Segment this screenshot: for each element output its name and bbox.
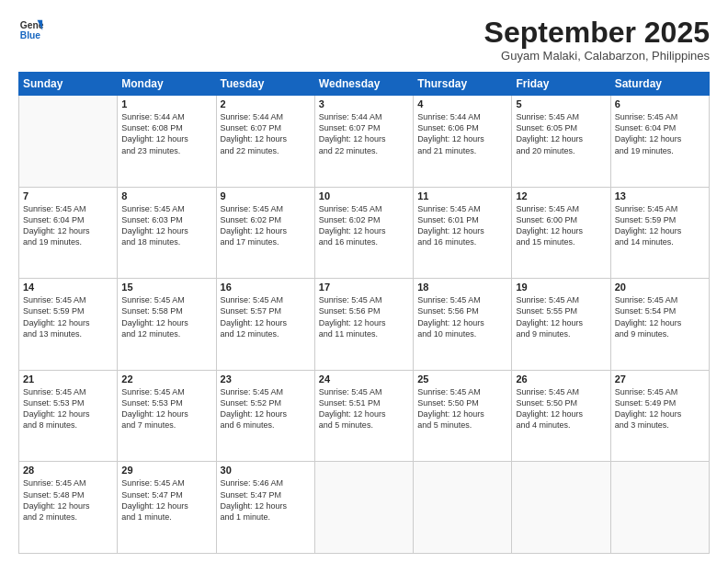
- day-number: 28: [23, 465, 113, 476]
- table-row: [610, 462, 709, 554]
- col-thursday: Thursday: [414, 73, 512, 96]
- table-row: 16Sunrise: 5:45 AM Sunset: 5:57 PM Dayli…: [216, 279, 314, 371]
- day-info: Sunrise: 5:45 AM Sunset: 5:48 PM Dayligh…: [23, 477, 113, 523]
- table-row: 11Sunrise: 5:45 AM Sunset: 6:01 PM Dayli…: [414, 187, 512, 279]
- table-row: [414, 462, 512, 554]
- day-info: Sunrise: 5:45 AM Sunset: 5:56 PM Dayligh…: [417, 294, 507, 339]
- day-info: Sunrise: 5:45 AM Sunset: 5:59 PM Dayligh…: [23, 294, 113, 339]
- table-row: 26Sunrise: 5:45 AM Sunset: 5:50 PM Dayli…: [512, 370, 610, 462]
- day-number: 2: [221, 98, 311, 109]
- col-monday: Monday: [118, 73, 216, 96]
- day-info: Sunrise: 5:45 AM Sunset: 6:02 PM Dayligh…: [221, 203, 311, 248]
- table-row: 27Sunrise: 5:45 AM Sunset: 5:49 PM Dayli…: [610, 370, 709, 462]
- table-row: 5Sunrise: 5:45 AM Sunset: 6:05 PM Daylig…: [512, 96, 610, 188]
- day-number: 22: [121, 373, 211, 385]
- day-info: Sunrise: 5:45 AM Sunset: 5:52 PM Dayligh…: [221, 386, 311, 431]
- table-row: 29Sunrise: 5:45 AM Sunset: 5:47 PM Dayli…: [118, 462, 216, 554]
- day-info: Sunrise: 5:45 AM Sunset: 5:55 PM Dayligh…: [516, 294, 606, 339]
- day-info: Sunrise: 5:45 AM Sunset: 6:00 PM Dayligh…: [516, 203, 606, 248]
- day-number: 9: [221, 190, 311, 201]
- title-block: September 2025 Guyam Malaki, Calabarzon,…: [484, 17, 710, 63]
- day-info: Sunrise: 5:44 AM Sunset: 6:08 PM Dayligh…: [121, 111, 211, 156]
- day-info: Sunrise: 5:45 AM Sunset: 5:50 PM Dayligh…: [516, 386, 606, 431]
- table-row: 3Sunrise: 5:44 AM Sunset: 6:07 PM Daylig…: [314, 96, 413, 188]
- day-number: 17: [319, 282, 409, 293]
- day-info: Sunrise: 5:45 AM Sunset: 5:54 PM Dayligh…: [615, 294, 705, 339]
- col-sunday: Sunday: [19, 73, 118, 96]
- day-number: 10: [319, 190, 409, 201]
- day-number: 18: [417, 282, 507, 293]
- day-info: Sunrise: 5:45 AM Sunset: 5:58 PM Dayligh…: [121, 294, 211, 339]
- day-info: Sunrise: 5:44 AM Sunset: 6:07 PM Dayligh…: [221, 111, 311, 156]
- day-number: 15: [121, 282, 211, 293]
- calendar-header-row: Sunday Monday Tuesday Wednesday Thursday…: [19, 73, 710, 96]
- day-number: 25: [417, 373, 507, 385]
- day-number: 13: [615, 190, 705, 201]
- day-info: Sunrise: 5:45 AM Sunset: 6:05 PM Dayligh…: [516, 111, 606, 156]
- day-info: Sunrise: 5:44 AM Sunset: 6:07 PM Dayligh…: [319, 111, 409, 156]
- day-number: 30: [221, 465, 311, 476]
- day-number: 26: [516, 373, 606, 385]
- day-number: 27: [615, 373, 705, 385]
- logo: General Blue: [18, 17, 44, 42]
- table-row: 10Sunrise: 5:45 AM Sunset: 6:02 PM Dayli…: [314, 187, 413, 279]
- day-info: Sunrise: 5:44 AM Sunset: 6:06 PM Dayligh…: [417, 111, 507, 156]
- table-row: 23Sunrise: 5:45 AM Sunset: 5:52 PM Dayli…: [216, 370, 314, 462]
- day-number: 24: [319, 373, 409, 385]
- table-row: 13Sunrise: 5:45 AM Sunset: 5:59 PM Dayli…: [610, 187, 709, 279]
- day-number: 29: [121, 465, 211, 476]
- day-number: 7: [23, 190, 113, 201]
- page: General Blue September 2025 Guyam Malaki…: [0, 0, 728, 563]
- header: General Blue September 2025 Guyam Malaki…: [18, 17, 710, 63]
- day-info: Sunrise: 5:45 AM Sunset: 5:59 PM Dayligh…: [615, 203, 705, 248]
- day-number: 14: [23, 282, 113, 293]
- day-number: 3: [319, 98, 409, 109]
- day-number: 1: [121, 98, 211, 109]
- logo-icon: General Blue: [18, 17, 44, 42]
- table-row: 8Sunrise: 5:45 AM Sunset: 6:03 PM Daylig…: [118, 187, 216, 279]
- table-row: 20Sunrise: 5:45 AM Sunset: 5:54 PM Dayli…: [610, 279, 709, 371]
- table-row: [512, 462, 610, 554]
- col-saturday: Saturday: [610, 73, 709, 96]
- table-row: [19, 96, 118, 188]
- table-row: 9Sunrise: 5:45 AM Sunset: 6:02 PM Daylig…: [216, 187, 314, 279]
- day-number: 11: [417, 190, 507, 201]
- day-number: 5: [516, 98, 606, 109]
- day-info: Sunrise: 5:45 AM Sunset: 5:47 PM Dayligh…: [121, 477, 211, 523]
- day-number: 6: [615, 98, 705, 109]
- day-info: Sunrise: 5:45 AM Sunset: 6:03 PM Dayligh…: [121, 203, 211, 248]
- day-info: Sunrise: 5:45 AM Sunset: 6:04 PM Dayligh…: [615, 111, 705, 156]
- table-row: 17Sunrise: 5:45 AM Sunset: 5:56 PM Dayli…: [314, 279, 413, 371]
- table-row: 12Sunrise: 5:45 AM Sunset: 6:00 PM Dayli…: [512, 187, 610, 279]
- location: Guyam Malaki, Calabarzon, Philippines: [484, 49, 710, 63]
- table-row: 25Sunrise: 5:45 AM Sunset: 5:50 PM Dayli…: [414, 370, 512, 462]
- day-number: 21: [23, 373, 113, 385]
- table-row: [314, 462, 413, 554]
- day-info: Sunrise: 5:46 AM Sunset: 5:47 PM Dayligh…: [221, 477, 311, 523]
- day-number: 8: [121, 190, 211, 201]
- table-row: 30Sunrise: 5:46 AM Sunset: 5:47 PM Dayli…: [216, 462, 314, 554]
- day-number: 16: [221, 282, 311, 293]
- table-row: 2Sunrise: 5:44 AM Sunset: 6:07 PM Daylig…: [216, 96, 314, 188]
- day-info: Sunrise: 5:45 AM Sunset: 5:49 PM Dayligh…: [615, 386, 705, 431]
- day-number: 19: [516, 282, 606, 293]
- day-number: 12: [516, 190, 606, 201]
- table-row: 19Sunrise: 5:45 AM Sunset: 5:55 PM Dayli…: [512, 279, 610, 371]
- day-info: Sunrise: 5:45 AM Sunset: 5:53 PM Dayligh…: [121, 386, 211, 431]
- day-info: Sunrise: 5:45 AM Sunset: 5:51 PM Dayligh…: [319, 386, 409, 431]
- calendar-table: Sunday Monday Tuesday Wednesday Thursday…: [18, 72, 710, 554]
- day-info: Sunrise: 5:45 AM Sunset: 5:56 PM Dayligh…: [319, 294, 409, 339]
- day-number: 23: [221, 373, 311, 385]
- col-friday: Friday: [512, 73, 610, 96]
- day-info: Sunrise: 5:45 AM Sunset: 5:53 PM Dayligh…: [23, 386, 113, 431]
- table-row: 6Sunrise: 5:45 AM Sunset: 6:04 PM Daylig…: [610, 96, 709, 188]
- table-row: 21Sunrise: 5:45 AM Sunset: 5:53 PM Dayli…: [19, 370, 118, 462]
- table-row: 24Sunrise: 5:45 AM Sunset: 5:51 PM Dayli…: [314, 370, 413, 462]
- table-row: 4Sunrise: 5:44 AM Sunset: 6:06 PM Daylig…: [414, 96, 512, 188]
- table-row: 28Sunrise: 5:45 AM Sunset: 5:48 PM Dayli…: [19, 462, 118, 554]
- col-wednesday: Wednesday: [314, 73, 413, 96]
- day-info: Sunrise: 5:45 AM Sunset: 6:01 PM Dayligh…: [417, 203, 507, 248]
- day-info: Sunrise: 5:45 AM Sunset: 6:02 PM Dayligh…: [319, 203, 409, 248]
- month-title: September 2025: [484, 17, 710, 49]
- table-row: 15Sunrise: 5:45 AM Sunset: 5:58 PM Dayli…: [118, 279, 216, 371]
